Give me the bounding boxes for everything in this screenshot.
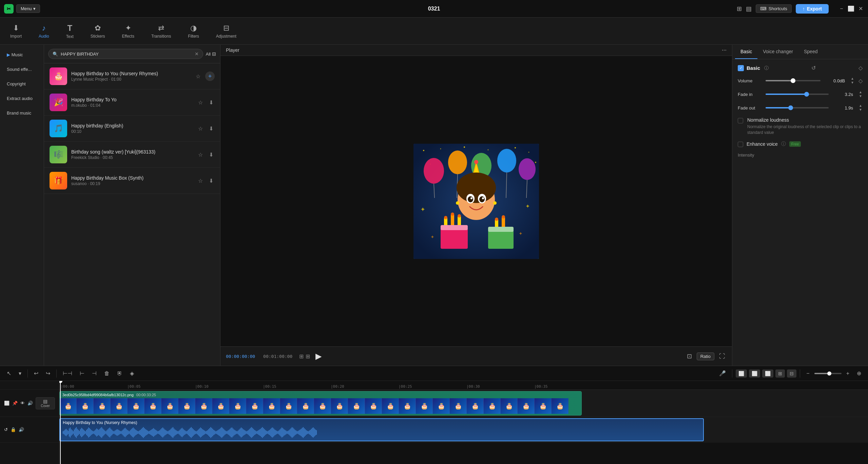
close-button[interactable]: ✕ (857, 5, 864, 12)
tool-filters[interactable]: ◑ Filters (185, 22, 202, 41)
all-filter[interactable]: All ⊟ (206, 51, 216, 57)
ratio-button[interactable]: Ratio (697, 352, 714, 360)
delete-button[interactable]: 🗑 (101, 369, 112, 378)
download-button[interactable]: ⬇ (208, 124, 215, 133)
fade-in-thumb[interactable] (804, 92, 809, 97)
playhead[interactable] (60, 381, 61, 464)
enhance-info-icon[interactable]: ⓘ (781, 141, 786, 147)
sidebar-item-brand-music[interactable]: Brand music (1, 106, 42, 120)
microphone-button[interactable]: 🎤 (716, 369, 729, 378)
sidebar-item-copyright[interactable]: Copyright (1, 77, 42, 90)
volume-down-button[interactable]: ▼ (850, 81, 854, 85)
list-item[interactable]: 🎼 Birthday song (waltz ver) [Yuki](96313… (44, 142, 220, 168)
volume-keyframe-button[interactable]: ◇ (859, 78, 863, 84)
list-item[interactable]: 🎂 Happy Birthday to You (Nursery Rhymes)… (44, 63, 220, 89)
volume-thumb[interactable] (791, 78, 795, 83)
grid-icon[interactable]: ⊞ (299, 353, 304, 360)
tab-speed[interactable]: Speed (798, 45, 823, 59)
tool-stickers[interactable]: ✿ Stickers (87, 22, 109, 41)
tool-audio[interactable]: ♪ Audio (35, 22, 53, 41)
zoom-thumb[interactable] (827, 371, 831, 376)
audio-track-lock-icon[interactable]: 🔒 (11, 427, 16, 432)
fit-button[interactable]: ⊕ (854, 369, 864, 378)
fade-out-thumb[interactable] (788, 105, 793, 110)
track-add-button2[interactable]: ⬜ (749, 369, 760, 378)
tab-basic[interactable]: Basic (735, 45, 757, 59)
audio-track-loop-icon[interactable]: ↺ (4, 427, 8, 432)
select-tool-button[interactable]: ↖ (4, 369, 14, 378)
track-add-button3[interactable]: ⬜ (762, 369, 773, 378)
zoom-out-button[interactable]: − (804, 369, 812, 378)
split-right-button[interactable]: ⊣ (89, 369, 99, 378)
list-item[interactable]: 🎁 Happy Birthday Music Box (Synth) susan… (44, 168, 220, 194)
tool-adjustment[interactable]: ⊟ Adjustment (213, 22, 240, 41)
track-add-button4[interactable]: ⊞ (775, 369, 785, 378)
tool-effects[interactable]: ✦ Effects (118, 22, 137, 41)
minimize-button[interactable]: − (838, 5, 845, 12)
keyframe-button[interactable]: ◇ (859, 65, 863, 71)
cover-button[interactable]: ▤ Cover (36, 397, 55, 409)
download-button[interactable]: ⬇ (208, 98, 215, 107)
play-button[interactable]: ▶ (314, 350, 323, 362)
add-to-timeline-button[interactable]: + (205, 72, 215, 81)
search-input-wrapper[interactable]: 🔍 ✕ (48, 49, 203, 59)
enhance-checkbox[interactable] (738, 142, 743, 147)
fade-in-slider[interactable] (766, 94, 829, 95)
badge-button[interactable]: ◈ (127, 369, 137, 378)
layout-icon[interactable]: ⊞ (737, 5, 742, 13)
volume-up-button[interactable]: ▲ (850, 77, 854, 81)
split-left-button[interactable]: ⊢ (77, 369, 87, 378)
favorite-button[interactable]: ☆ (197, 98, 204, 107)
fade-out-slider[interactable] (766, 107, 829, 108)
track-add-video-button[interactable]: ⬜ (736, 369, 747, 378)
screenshot-icon[interactable]: ⊡ (686, 351, 693, 361)
list-item[interactable]: 🎵 Happy birthday (English) 00:10 ☆ ⬇ (44, 116, 220, 142)
tool-transitions[interactable]: ⇄ Transitions (148, 22, 174, 41)
sidebar-item-extract-audio[interactable]: Extract audio (1, 92, 42, 105)
normalize-checkbox[interactable] (738, 118, 743, 123)
download-button[interactable]: ⬇ (208, 150, 215, 159)
fullscreen-icon[interactable]: ⛶ (718, 351, 727, 361)
menu-button[interactable]: Menu ▾ (16, 4, 40, 13)
tool-text[interactable]: T Text (63, 21, 77, 41)
grid2-icon[interactable]: ⊞ (306, 353, 310, 360)
favorite-button[interactable]: ☆ (197, 124, 204, 133)
sidebar-item-music[interactable]: Music (1, 48, 42, 61)
export-button[interactable]: ↑ Export (796, 4, 829, 14)
fade-in-up-button[interactable]: ▲ (859, 90, 863, 94)
list-item[interactable]: 🎉 Happy Birthday To Yo m.okubo · 01:04 ☆… (44, 89, 220, 116)
player-menu-icon[interactable]: ⋯ (722, 47, 727, 53)
favorite-button[interactable]: ☆ (197, 150, 204, 159)
split-button[interactable]: ⊢⊣ (60, 369, 75, 378)
shortcuts-button[interactable]: ⌨ Shortcuts (756, 4, 792, 13)
audio-mute-icon[interactable]: 🔊 (27, 401, 33, 406)
grid-view-icon[interactable]: ▤ (746, 5, 752, 13)
audio-clip[interactable]: Happy Birthday to You (Nursery Rhymes) (59, 418, 704, 441)
reset-button[interactable]: ↺ (811, 65, 816, 71)
favorite-button[interactable]: ☆ (197, 176, 204, 185)
undo-button[interactable]: ↩ (31, 369, 41, 378)
download-button[interactable]: ⬇ (208, 176, 215, 185)
redo-button[interactable]: ↪ (43, 369, 53, 378)
fade-out-up-button[interactable]: ▲ (859, 104, 863, 108)
tab-voice-changer[interactable]: Voice changer (757, 45, 798, 59)
pin-icon[interactable]: 📌 (12, 401, 18, 406)
favorite-button[interactable]: ☆ (194, 72, 202, 81)
lock-icon[interactable]: ⬜ (4, 401, 9, 406)
volume-slider[interactable] (766, 80, 821, 81)
caption-button[interactable]: ⊟ (787, 369, 796, 378)
eye-icon[interactable]: 👁 (20, 401, 25, 406)
shield-button[interactable]: ⛨ (114, 369, 125, 378)
sidebar-item-sound-effects[interactable]: Sound effe... (1, 63, 42, 76)
search-input[interactable] (61, 52, 192, 57)
video-clip[interactable]: 3ed0b25c958bd4df99084b6afb13012c.png 00:… (59, 391, 582, 416)
maximize-button[interactable]: ⬜ (848, 5, 854, 12)
search-clear-icon[interactable]: ✕ (195, 51, 199, 57)
zoom-in-button[interactable]: + (844, 369, 852, 378)
tool-import[interactable]: ⬇ Import (7, 22, 25, 41)
fade-out-down-button[interactable]: ▼ (859, 108, 863, 112)
zoom-slider[interactable] (814, 373, 842, 374)
fade-in-down-button[interactable]: ▼ (859, 94, 863, 98)
select-chevron-button[interactable]: ▾ (16, 369, 24, 378)
audio-track-vol-icon[interactable]: 🔊 (19, 427, 24, 432)
